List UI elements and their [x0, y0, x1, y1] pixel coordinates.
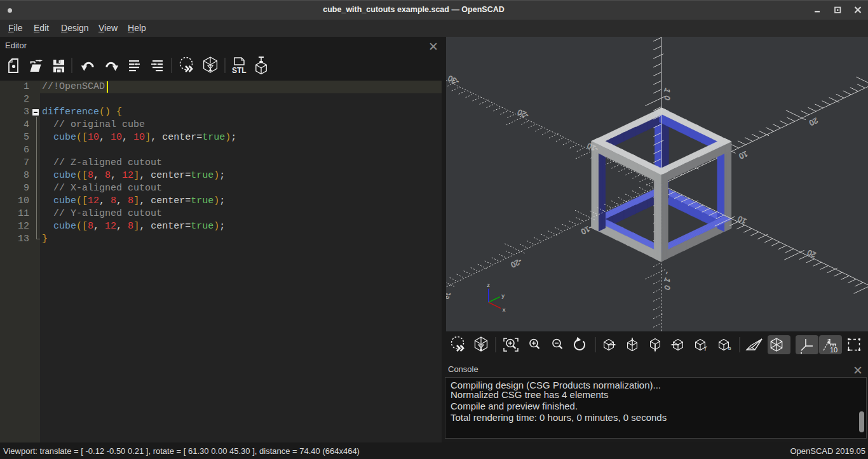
svg-text:1: 1: [662, 277, 672, 284]
svg-text:10: 10: [737, 149, 749, 161]
svg-text:20: 20: [808, 116, 819, 128]
svg-text:1: 1: [662, 87, 672, 95]
svg-text:-: -: [663, 270, 672, 276]
svg-text:STL: STL: [232, 66, 247, 75]
svg-text:b: b: [728, 345, 731, 351]
svg-text:-10: -10: [580, 223, 593, 236]
svg-text:0: 0: [662, 94, 672, 102]
svg-text:-30: -30: [447, 74, 461, 86]
svg-text:-20: -20: [509, 256, 523, 269]
svg-text:20: 20: [806, 248, 817, 260]
svg-text:10: 10: [830, 346, 837, 354]
svg-text:y: y: [501, 292, 505, 299]
svg-text:x: x: [503, 306, 506, 313]
svg-text:-20: -20: [516, 107, 530, 120]
svg-text:f: f: [705, 345, 707, 351]
svg-text:-30: -30: [446, 290, 453, 303]
svg-text:10: 10: [736, 214, 747, 226]
svg-text:0: 0: [662, 284, 672, 291]
svg-text:z: z: [487, 281, 490, 288]
